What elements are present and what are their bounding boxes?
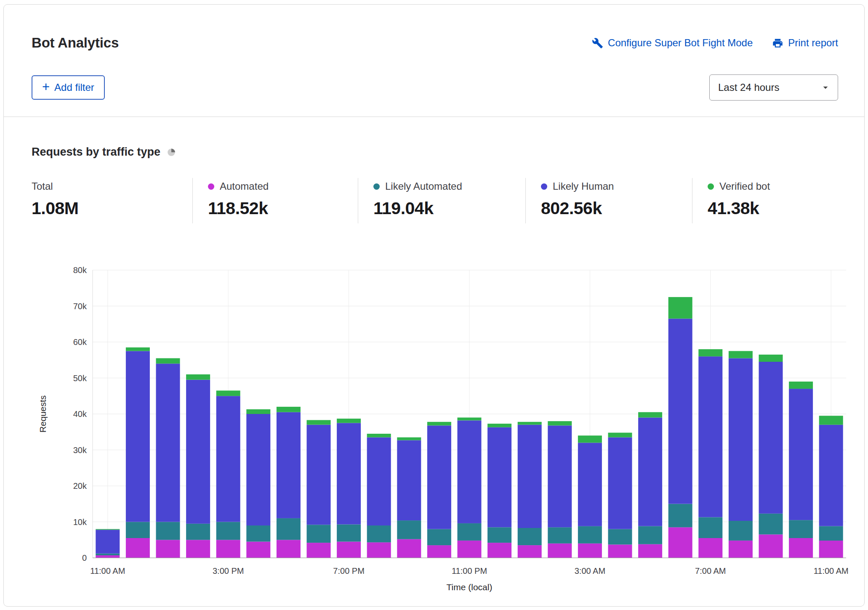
bar-segment[interactable] (729, 541, 753, 558)
bar-segment[interactable] (789, 520, 813, 538)
bar-segment[interactable] (96, 529, 120, 530)
bar-segment[interactable] (729, 351, 753, 358)
bar-segment[interactable] (759, 355, 783, 362)
bar-segment[interactable] (668, 527, 692, 558)
bar-segment[interactable] (126, 522, 150, 538)
bar-segment[interactable] (759, 534, 783, 558)
stat-verified-bot[interactable]: Verified bot 41.38k (692, 178, 846, 223)
stat-automated[interactable]: Automated 118.52k (192, 178, 358, 223)
bar-segment[interactable] (668, 297, 692, 318)
bar-segment[interactable] (487, 427, 511, 528)
bar-segment[interactable] (789, 389, 813, 520)
bar-segment[interactable] (789, 538, 813, 558)
bar-segment[interactable] (307, 543, 331, 558)
bar-segment[interactable] (156, 540, 180, 558)
bar-segment[interactable] (458, 523, 482, 541)
bar-segment[interactable] (96, 555, 120, 558)
bar-segment[interactable] (548, 527, 572, 544)
bar-segment[interactable] (548, 544, 572, 558)
stat-likely-human[interactable]: Likely Human 802.56k (525, 178, 692, 223)
bar-segment[interactable] (337, 542, 361, 558)
bar-segment[interactable] (458, 420, 482, 523)
bar-segment[interactable] (819, 416, 843, 424)
add-filter-button[interactable]: + Add filter (32, 75, 105, 100)
bar-segment[interactable] (126, 351, 150, 522)
bar-segment[interactable] (337, 423, 361, 524)
bar-segment[interactable] (156, 363, 180, 522)
time-range-select[interactable]: Last 24 hours (709, 74, 838, 101)
bar-segment[interactable] (759, 362, 783, 514)
configure-sbfm-link[interactable]: Configure Super Bot Fight Mode (592, 37, 753, 49)
bar-segment[interactable] (277, 518, 301, 540)
bar-segment[interactable] (518, 545, 542, 558)
bar-segment[interactable] (397, 520, 421, 539)
bar-segment[interactable] (608, 433, 632, 438)
bar-segment[interactable] (156, 358, 180, 364)
bar-segment[interactable] (307, 420, 331, 425)
bar-segment[interactable] (789, 382, 813, 389)
bar-segment[interactable] (186, 374, 210, 380)
bar-segment[interactable] (638, 526, 662, 544)
bar-segment[interactable] (186, 540, 210, 558)
bar-segment[interactable] (427, 425, 451, 529)
bar-segment[interactable] (397, 438, 421, 440)
bar-segment[interactable] (307, 425, 331, 525)
bar-segment[interactable] (156, 522, 180, 540)
bar-segment[interactable] (578, 443, 602, 526)
bar-segment[interactable] (698, 349, 722, 356)
bar-segment[interactable] (337, 525, 361, 542)
bar-segment[interactable] (698, 538, 722, 558)
bar-segment[interactable] (668, 318, 692, 504)
bar-segment[interactable] (246, 542, 270, 558)
bar-segment[interactable] (698, 517, 722, 538)
bar-segment[interactable] (819, 425, 843, 526)
bar-segment[interactable] (367, 525, 391, 542)
bar-segment[interactable] (698, 356, 722, 517)
bar-segment[interactable] (668, 504, 692, 528)
bar-segment[interactable] (819, 541, 843, 558)
bar-segment[interactable] (638, 418, 662, 526)
bar-segment[interactable] (367, 438, 391, 526)
stat-total[interactable]: Total 1.08M (32, 178, 192, 223)
bar-segment[interactable] (548, 421, 572, 425)
bar-segment[interactable] (367, 542, 391, 558)
bar-segment[interactable] (819, 526, 843, 541)
bar-segment[interactable] (186, 524, 210, 540)
bar-segment[interactable] (96, 554, 120, 555)
bar-segment[interactable] (96, 530, 120, 553)
bar-segment[interactable] (638, 544, 662, 558)
bar-segment[interactable] (578, 526, 602, 544)
bar-segment[interactable] (638, 412, 662, 418)
print-report-link[interactable]: Print report (772, 37, 838, 49)
bar-segment[interactable] (126, 347, 150, 351)
bar-segment[interactable] (216, 522, 240, 540)
bar-segment[interactable] (578, 435, 602, 443)
bar-segment[interactable] (246, 409, 270, 414)
bar-segment[interactable] (487, 424, 511, 427)
bar-segment[interactable] (307, 525, 331, 543)
bar-segment[interactable] (246, 414, 270, 525)
bar-segment[interactable] (487, 543, 511, 558)
bar-segment[interactable] (729, 358, 753, 521)
bar-segment[interactable] (277, 412, 301, 518)
bar-segment[interactable] (277, 407, 301, 412)
bar-segment[interactable] (216, 396, 240, 522)
bar-segment[interactable] (518, 528, 542, 545)
bar-segment[interactable] (487, 527, 511, 543)
bar-segment[interactable] (578, 544, 602, 558)
stat-likely-automated[interactable]: Likely Automated 119.04k (358, 178, 525, 223)
bar-segment[interactable] (759, 514, 783, 535)
bar-segment[interactable] (729, 521, 753, 541)
bar-segment[interactable] (608, 544, 632, 558)
bar-segment[interactable] (427, 545, 451, 558)
bar-segment[interactable] (246, 525, 270, 542)
bar-segment[interactable] (216, 390, 240, 396)
bar-segment[interactable] (397, 539, 421, 558)
bar-segment[interactable] (518, 425, 542, 528)
bar-segment[interactable] (608, 438, 632, 529)
bar-segment[interactable] (458, 541, 482, 558)
bar-segment[interactable] (186, 380, 210, 524)
bar-segment[interactable] (458, 418, 482, 421)
bar-segment[interactable] (216, 540, 240, 558)
bar-segment[interactable] (367, 434, 391, 438)
